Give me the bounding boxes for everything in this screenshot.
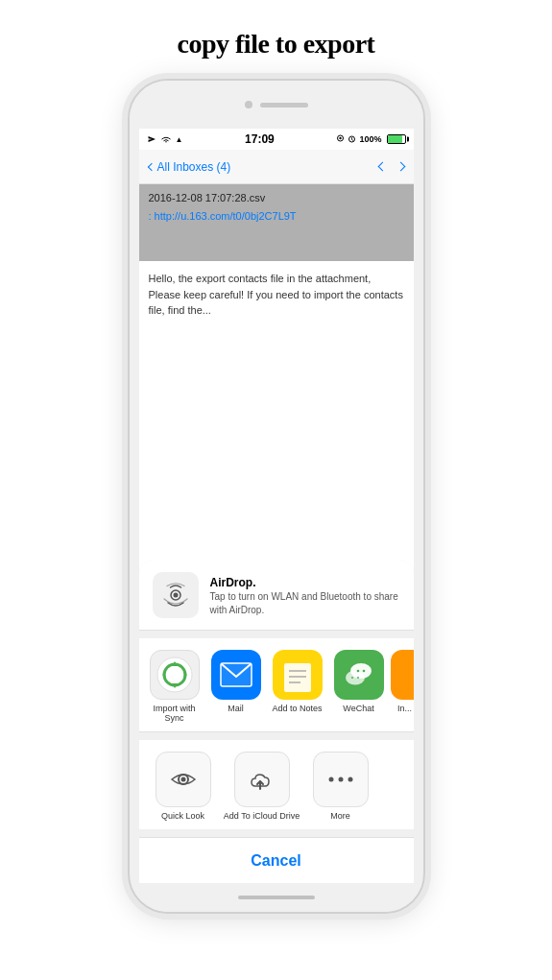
all-inboxes-label: All Inboxes (4) [157,160,231,174]
airplane-icon [147,134,156,144]
speaker [260,103,308,108]
action-item-more[interactable]: More [302,752,379,822]
import-sync-label: Import with Sync [145,704,204,725]
airdrop-description: Tap to turn on WLAN and Bluetooth to sha… [210,590,400,617]
phone-screen: ▲ 17:09 100% [139,129,414,883]
quick-look-graphic [169,765,198,794]
action-item-icloud-drive[interactable]: Add To iCloud Drive [224,752,300,822]
svg-point-19 [356,677,358,679]
svg-point-15 [346,670,365,684]
more-icon [313,752,369,807]
svg-point-23 [328,777,333,782]
svg-point-25 [348,777,352,782]
partial-label: In... [397,704,412,714]
home-bar [130,883,423,912]
email-link[interactable]: : http://u.163.com/t0/0bj2C7L9T [149,210,297,222]
app-item-partial[interactable]: In... [391,650,414,714]
alarm-icon [348,134,356,144]
airdrop-text: AirDrop. Tap to turn on WLAN and Bluetoo… [210,573,400,617]
cancel-button[interactable]: Cancel [139,837,414,883]
notes-graphic [281,656,314,694]
notes-label: Add to Notes [272,704,322,714]
share-sheet: AirDrop. Tap to turn on WLAN and Bluetoo… [139,561,414,883]
svg-point-1 [340,137,342,139]
svg-point-18 [350,677,352,679]
battery-icon [387,134,406,144]
icloud-graphic [248,765,276,794]
svg-point-21 [180,777,185,782]
email-body-text: Hello, the export contacts file in the a… [149,273,403,316]
notes-icon [273,650,323,700]
chevron-left-icon [147,162,155,170]
app-item-wechat[interactable]: WeChat [329,650,389,714]
more-graphic [326,773,355,786]
nav-bar: All Inboxes (4) [139,150,414,184]
more-label: More [330,811,350,822]
phone-frame: ▲ 17:09 100% [128,79,425,914]
app-item-mail[interactable]: Mail [206,650,266,714]
airdrop-title: AirDrop. [210,576,256,589]
status-right: 100% [336,134,405,144]
wechat-icon [334,650,384,700]
mail-graphic [220,662,252,687]
wifi-icon [160,134,172,144]
phone-top-bar [130,81,423,129]
app-item-import-sync[interactable]: Import with Sync [145,650,204,725]
email-body: Hello, the export contacts file in the a… [139,261,414,328]
airdrop-row[interactable]: AirDrop. Tap to turn on WLAN and Bluetoo… [139,561,414,631]
battery-percent-label: 100% [359,134,381,144]
wechat-graphic [340,657,378,692]
svg-point-4 [173,592,178,597]
nav-arrows [379,163,404,170]
quick-look-label: Quick Look [161,811,204,822]
next-message-icon[interactable] [396,162,405,172]
app-item-notes[interactable]: Add to Notes [268,650,327,714]
cellular-icon: ▲ [176,135,183,144]
front-camera [245,101,252,108]
airdrop-signal-icon [158,578,193,612]
page-title: copy file to export [178,29,375,60]
status-time: 17:09 [245,132,275,146]
prev-message-icon[interactable] [377,162,387,172]
status-left: ▲ [147,134,183,144]
airdrop-icon [153,572,199,618]
icloud-drive-label: Add To iCloud Drive [224,811,300,822]
partial-app-icon [391,650,414,700]
email-header-area: 2016-12-08 17:07:28.csv : http://u.163.c… [139,184,414,261]
svg-point-16 [356,669,359,672]
quick-look-icon [156,752,211,807]
back-button[interactable]: All Inboxes (4) [149,160,231,174]
action-item-quick-look[interactable]: Quick Look [145,752,222,822]
mail-icon [211,650,261,700]
svg-rect-10 [284,663,311,692]
app-icons-row: Import with Sync Mail [139,638,414,733]
import-sync-graphic [156,657,193,693]
action-icons-row: Quick Look Add To iCloud Drive [139,740,414,829]
status-bar: ▲ 17:09 100% [139,129,414,150]
import-sync-icon [150,650,200,700]
email-filename: 2016-12-08 17:07:28.csv [149,192,404,203]
wechat-label: WeChat [343,704,373,714]
svg-point-24 [338,777,343,782]
svg-point-17 [362,669,365,672]
home-indicator [238,896,315,899]
mail-label: Mail [228,704,244,714]
icloud-drive-icon [234,752,290,807]
location-icon [336,134,345,144]
